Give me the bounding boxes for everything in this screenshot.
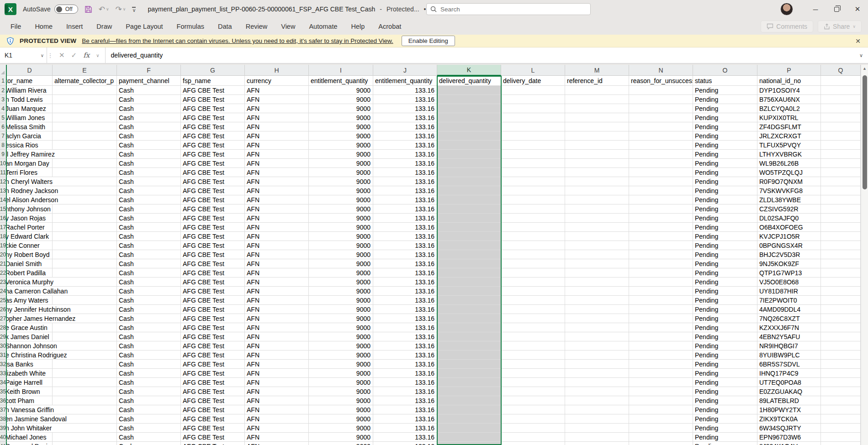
cell-P3[interactable]: B756XAU6NX [757, 95, 821, 104]
cell-J31[interactable]: 133.16 [373, 351, 437, 360]
row-header-32[interactable]: 32 [0, 360, 7, 369]
cell-K20[interactable] [437, 250, 501, 259]
cell-D6[interactable]: Melissa Smith [7, 122, 53, 131]
scrollbar-thumb[interactable] [863, 75, 867, 189]
cell-L38[interactable] [501, 414, 565, 424]
scrollbar-up-icon[interactable]: ▲ [861, 65, 868, 72]
row-header-3[interactable]: 3 [0, 95, 7, 104]
cell-F12[interactable]: Cash [117, 177, 181, 186]
cell-J16[interactable]: 133.16 [373, 214, 437, 223]
cell-F11[interactable]: Cash [117, 168, 181, 177]
cell-P32[interactable]: 6BR5S7SDVL [757, 360, 821, 369]
cell-G12[interactable]: AFG CBE Test [181, 177, 245, 186]
column-header-J[interactable]: J [373, 65, 437, 76]
cell-H23[interactable]: AFN [245, 277, 309, 287]
cell-O12[interactable]: Pending [693, 177, 757, 186]
cell-M27[interactable] [565, 314, 629, 323]
cell-G10[interactable]: AFG CBE Test [181, 159, 245, 168]
cell-F15[interactable]: Cash [117, 204, 181, 214]
cell-F31[interactable]: Cash [117, 351, 181, 360]
cell-P10[interactable]: WL9B26L26B [757, 159, 821, 168]
cell-I7[interactable]: 9000 [309, 131, 373, 141]
cell-K28[interactable] [437, 323, 501, 332]
cell-Q14[interactable] [821, 195, 861, 204]
column-header-M[interactable]: M [565, 65, 629, 76]
cell-M35[interactable] [565, 387, 629, 396]
cell-H4[interactable]: AFN [245, 104, 309, 113]
cell-Q31[interactable] [821, 351, 861, 360]
cell-L14[interactable] [501, 195, 565, 204]
cell-N19[interactable] [629, 241, 693, 250]
cell-J15[interactable]: 133.16 [373, 204, 437, 214]
cell-H14[interactable]: AFN [245, 195, 309, 204]
cell-O34[interactable]: Pending [693, 378, 757, 387]
cell-D25[interactable]: as Amy Waters [7, 296, 53, 305]
cell-D19[interactable]: ckie Conner [7, 241, 53, 250]
cell-P33[interactable]: IHNQ17P4C9 [757, 369, 821, 378]
cell-N4[interactable] [629, 104, 693, 113]
column-header-O[interactable]: O [693, 65, 757, 76]
cell-H17[interactable]: AFN [245, 223, 309, 232]
cell-D16[interactable]: y Jason Rojas [7, 214, 53, 223]
cell-K11[interactable] [437, 168, 501, 177]
cell-O30[interactable]: Pending [693, 341, 757, 351]
cell-I14[interactable]: 9000 [309, 195, 373, 204]
cell-F6[interactable]: Cash [117, 122, 181, 131]
cell-L27[interactable] [501, 314, 565, 323]
cell-O21[interactable]: Pending [693, 259, 757, 268]
cell-J4[interactable]: 133.16 [373, 104, 437, 113]
cell-G32[interactable]: AFG CBE Test [181, 360, 245, 369]
row-header-18[interactable]: 18 [0, 232, 7, 241]
cell-D24[interactable]: ha Cameron Callahan [7, 287, 53, 296]
cell-K37[interactable] [437, 405, 501, 414]
row-header-39[interactable]: 39 [0, 424, 7, 433]
row-header-19[interactable]: 19 [0, 241, 7, 250]
cell-M10[interactable] [565, 159, 629, 168]
cell-L25[interactable] [501, 296, 565, 305]
row-header-1[interactable]: 1 [0, 76, 7, 86]
cell-I40[interactable]: 9000 [309, 433, 373, 442]
cell-M13[interactable] [565, 186, 629, 195]
cell-E37[interactable] [53, 405, 117, 414]
cell-O5[interactable]: Pending [693, 113, 757, 122]
cell-H6[interactable]: AFN [245, 122, 309, 131]
cell-L5[interactable] [501, 113, 565, 122]
cell-J18[interactable]: 133.16 [373, 232, 437, 241]
cell-E16[interactable] [53, 214, 117, 223]
cell-D28[interactable]: e Grace Austin [7, 323, 53, 332]
cell-Q21[interactable] [821, 259, 861, 268]
cell-O31[interactable]: Pending [693, 351, 757, 360]
cell-G36[interactable]: AFG CBE Test [181, 396, 245, 405]
row-header-30[interactable]: 30 [0, 341, 7, 351]
autosave-toggle[interactable]: Off [54, 5, 78, 14]
cell-N6[interactable] [629, 122, 693, 131]
cell-D38[interactable]: en Jasmine Sandoval [7, 414, 53, 424]
cell-K3[interactable] [437, 95, 501, 104]
cell-J40[interactable]: 133.16 [373, 433, 437, 442]
cell-F10[interactable]: Cash [117, 159, 181, 168]
cell-H2[interactable]: AFN [245, 86, 309, 95]
row-header-31[interactable]: 31 [0, 351, 7, 360]
cell-E34[interactable] [53, 378, 117, 387]
row-header-15[interactable]: 15 [0, 204, 7, 214]
cell-I8[interactable]: 9000 [309, 141, 373, 150]
cell-F25[interactable]: Cash [117, 296, 181, 305]
cell-H38[interactable]: AFN [245, 414, 309, 424]
cell-G40[interactable]: AFG CBE Test [181, 433, 245, 442]
cell-I30[interactable]: 9000 [309, 341, 373, 351]
cell-Q12[interactable] [821, 177, 861, 186]
cell-L3[interactable] [501, 95, 565, 104]
cell-N22[interactable] [629, 268, 693, 277]
cell-D10[interactable]: an Morgan Day [7, 159, 53, 168]
cell-G5[interactable]: AFG CBE Test [181, 113, 245, 122]
cell-E25[interactable] [53, 296, 117, 305]
cell-M11[interactable] [565, 168, 629, 177]
cell-Q25[interactable] [821, 296, 861, 305]
cell-J34[interactable]: 133.16 [373, 378, 437, 387]
cell-D8[interactable]: essica Rios [7, 141, 53, 150]
cell-H12[interactable]: AFN [245, 177, 309, 186]
ribbon-tab-acrobat[interactable]: Acrobat [371, 18, 408, 35]
cell-P41[interactable]: 8J934K1OAV [757, 442, 821, 445]
cell-G11[interactable]: AFG CBE Test [181, 168, 245, 177]
cell-L12[interactable] [501, 177, 565, 186]
